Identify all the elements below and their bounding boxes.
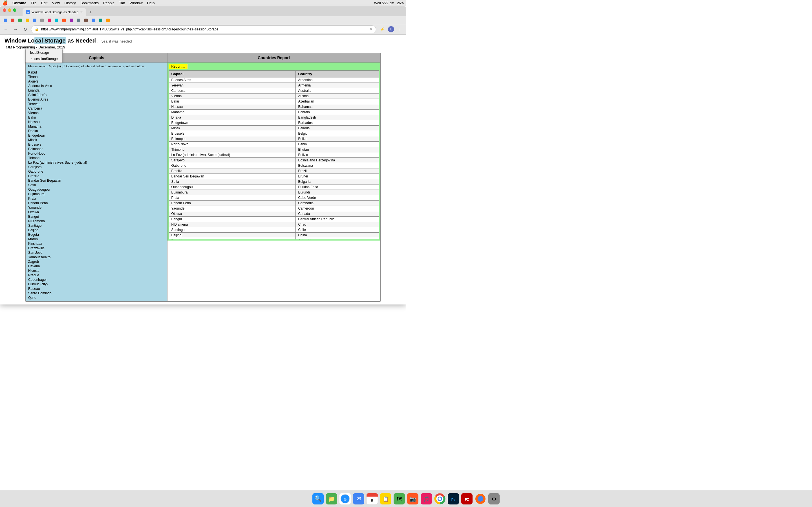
- capital-item[interactable]: Zagreb: [27, 260, 166, 264]
- capital-item[interactable]: Tirana: [27, 75, 166, 79]
- bookmark-item[interactable]: [46, 17, 53, 23]
- capital-item[interactable]: Beijing: [27, 228, 166, 232]
- menubar-tab[interactable]: Tab: [119, 1, 125, 5]
- menubar-file[interactable]: File: [31, 1, 37, 5]
- bookmark-item[interactable]: [90, 17, 97, 23]
- back-button[interactable]: ←: [2, 25, 10, 33]
- close-button[interactable]: [3, 8, 6, 12]
- capital-item[interactable]: Bandar Seri Begawan: [27, 178, 166, 183]
- tab-close-icon[interactable]: ✕: [80, 10, 83, 14]
- bookmark-item[interactable]: [75, 17, 82, 23]
- capital-item[interactable]: Brasilia: [27, 174, 166, 178]
- capital-item[interactable]: La Paz (administrative), Sucre (judicial…: [27, 160, 166, 165]
- capital-item[interactable]: Manama: [27, 124, 166, 129]
- capital-item[interactable]: Andorra la Vella: [27, 83, 166, 88]
- capital-item[interactable]: Saint John's: [27, 93, 166, 97]
- capital-item[interactable]: Bujumbura: [27, 192, 166, 196]
- menubar-help[interactable]: Help: [147, 1, 155, 5]
- capital-item[interactable]: San Jose: [27, 250, 166, 255]
- menubar-people[interactable]: People: [103, 1, 114, 5]
- storage-dropdown[interactable]: localStorage ✓ sessionStorage: [26, 49, 63, 63]
- capital-item[interactable]: Ouagadougou: [27, 187, 166, 192]
- capital-item[interactable]: Bogotá: [27, 232, 166, 237]
- capital-item[interactable]: Phnom Penh: [27, 201, 166, 205]
- capital-item[interactable]: Dhaka: [27, 129, 166, 133]
- capital-item[interactable]: Yaounde: [27, 205, 166, 210]
- capital-item[interactable]: Sofia: [27, 183, 166, 187]
- bookmark-item[interactable]: [98, 17, 104, 23]
- menubar-view[interactable]: View: [52, 1, 60, 5]
- capital-item[interactable]: Santo Domingo: [27, 291, 166, 295]
- clear-input-icon[interactable]: ✕: [370, 27, 372, 31]
- extensions-button[interactable]: ⚡: [378, 25, 386, 33]
- menubar-bookmarks[interactable]: Bookmarks: [80, 1, 99, 5]
- apple-menu[interactable]: 🍎: [2, 0, 8, 6]
- bookmark-item[interactable]: [68, 17, 75, 23]
- capital-item[interactable]: Buenos Aires: [27, 97, 166, 102]
- capital-item[interactable]: Brussels: [27, 142, 166, 147]
- capital-item[interactable]: Gaborone: [27, 169, 166, 174]
- capital-item[interactable]: Baku: [27, 115, 166, 120]
- capital-item[interactable]: Kabul: [27, 70, 166, 75]
- bookmark-item[interactable]: [105, 17, 112, 23]
- capital-item[interactable]: Copenhagen: [27, 277, 166, 282]
- minimize-button[interactable]: [8, 8, 11, 12]
- capital-item[interactable]: Algiers: [27, 79, 166, 83]
- capital-item[interactable]: Roseau: [27, 286, 166, 291]
- menubar-history[interactable]: History: [64, 1, 75, 5]
- capital-item[interactable]: Vienna: [27, 111, 166, 115]
- address-bar[interactable]: 🔒 ✕: [31, 25, 376, 33]
- capital-item[interactable]: Luanda: [27, 88, 166, 93]
- bookmark-item[interactable]: [10, 17, 16, 23]
- capital-item[interactable]: Brazzaville: [27, 246, 166, 250]
- capital-item[interactable]: Thimphu: [27, 156, 166, 160]
- bookmark-item[interactable]: [32, 17, 38, 23]
- capital-item[interactable]: Sarajevo: [27, 165, 166, 169]
- capital-item[interactable]: Bridgetown: [27, 133, 166, 138]
- capital-item[interactable]: Djibouti (city): [27, 282, 166, 286]
- capital-item[interactable]: Kinshasa: [27, 241, 166, 246]
- table-row: N'DjamenaChad: [169, 222, 379, 227]
- capital-item[interactable]: Minsk: [27, 138, 166, 142]
- capital-item[interactable]: Santiago: [27, 223, 166, 228]
- capital-item[interactable]: N'Djamena: [27, 219, 166, 223]
- menubar-edit[interactable]: Edit: [41, 1, 47, 5]
- refresh-button[interactable]: ↻: [21, 25, 29, 33]
- menu-button[interactable]: ⋮: [396, 25, 404, 33]
- menubar-chrome[interactable]: Chrome: [12, 1, 26, 5]
- capital-item[interactable]: Ottawa: [27, 210, 166, 214]
- capital-item[interactable]: Praia: [27, 196, 166, 201]
- bookmark-item[interactable]: [39, 17, 46, 23]
- bookmark-item[interactable]: [2, 17, 9, 23]
- sessionstorage-option[interactable]: ✓ sessionStorage: [26, 56, 62, 62]
- report-button[interactable]: Report ...: [168, 64, 188, 69]
- capital-item[interactable]: Nicosia: [27, 269, 166, 273]
- capital-item[interactable]: Moroni: [27, 237, 166, 241]
- new-tab-button[interactable]: +: [87, 8, 94, 16]
- forward-button[interactable]: →: [12, 25, 19, 33]
- capital-item[interactable]: Bangui: [27, 214, 166, 219]
- capital-item[interactable]: Porto-Novo: [27, 151, 166, 156]
- bookmark-item[interactable]: [17, 17, 24, 23]
- country-header: Country: [296, 71, 379, 77]
- browser-tab[interactable]: W Window Local Storage as Needed ✕: [22, 8, 86, 16]
- bookmark-item[interactable]: [54, 17, 60, 23]
- capital-item[interactable]: Belmopan: [27, 147, 166, 151]
- maximize-button[interactable]: [13, 8, 16, 12]
- menubar-window[interactable]: Window: [130, 1, 142, 5]
- capital-item[interactable]: Yerevan: [27, 102, 166, 106]
- url-input[interactable]: [41, 27, 367, 31]
- capital-item[interactable]: Nassau: [27, 120, 166, 124]
- profile-button[interactable]: U: [388, 25, 395, 33]
- bookmark-item[interactable]: [24, 17, 31, 23]
- countries-scroll-area[interactable]: Capital Country Buenos AiresArgentinaYer…: [168, 70, 379, 239]
- bookmark-item[interactable]: [83, 17, 90, 23]
- capital-item[interactable]: Canberra: [27, 106, 166, 111]
- table-row: BakuAzerbaijan: [169, 99, 379, 104]
- capital-item[interactable]: Havana: [27, 264, 166, 269]
- localstorage-option[interactable]: localStorage: [26, 50, 62, 56]
- capital-item[interactable]: Prague: [27, 273, 166, 277]
- capital-item[interactable]: Quito: [27, 295, 166, 300]
- bookmark-item[interactable]: [61, 17, 68, 23]
- capital-item[interactable]: Yamoussoukro: [27, 255, 166, 260]
